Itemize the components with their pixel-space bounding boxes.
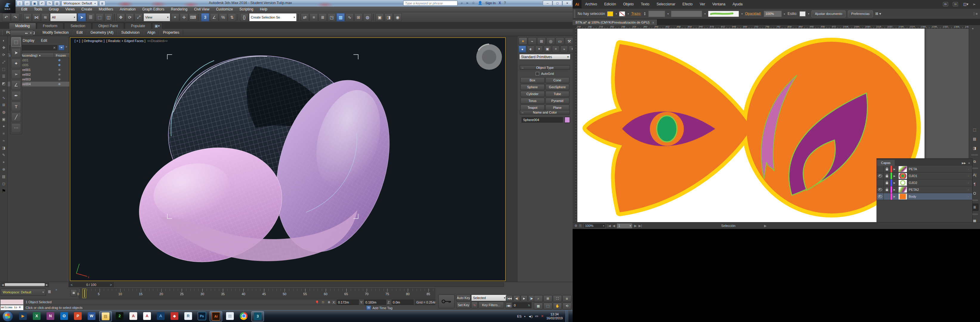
stroke-stepper[interactable]: ▲▼ bbox=[644, 12, 646, 16]
strip-icon[interactable]: ☰ bbox=[1, 74, 6, 79]
redo-quick-icon[interactable]: ↷ bbox=[46, 1, 52, 6]
tab-hierarchy-icon[interactable]: ⊞ bbox=[537, 37, 546, 45]
lock-cell[interactable] bbox=[884, 173, 891, 179]
taskbar-media-player-icon[interactable]: ▶ bbox=[17, 311, 29, 321]
start-button[interactable] bbox=[2, 311, 13, 322]
fill-dropdown-icon[interactable]: ▾ bbox=[616, 13, 617, 15]
strip-icon[interactable]: ◻ bbox=[1, 181, 6, 186]
scene-explorer-toggle-icon[interactable]: ▥ bbox=[336, 13, 345, 21]
ai-canvas[interactable]: Capas ▶▶ ≡ ▶ PETA ◦ bbox=[577, 29, 980, 222]
key-mode-toggle[interactable]: |◀▶| bbox=[506, 302, 512, 309]
frozen-snowflake-icon[interactable]: ❄ bbox=[52, 68, 67, 72]
visibility-cell[interactable] bbox=[877, 179, 884, 186]
layer-name[interactable]: OJO2 bbox=[909, 181, 964, 184]
snaps-toggle-icon[interactable]: 3 bbox=[201, 13, 209, 21]
document-tab[interactable]: BTN.ai* al 100% (CMYK/Previsualización d… bbox=[573, 19, 657, 25]
maxscript-mini-listener[interactable]: Welcome to M bbox=[0, 305, 24, 310]
edit-named-selection-sets-icon[interactable]: {} bbox=[240, 13, 248, 21]
floating-more-icon[interactable]: ⋯ bbox=[11, 123, 21, 133]
layer-name[interactable]: PETA bbox=[909, 167, 964, 171]
expand-dock-icon[interactable]: « bbox=[972, 27, 974, 30]
layer-manager-icon[interactable]: ≣ bbox=[318, 13, 327, 21]
rendered-frame-window-icon[interactable]: ◨ bbox=[384, 13, 393, 21]
stroke-weight-label[interactable]: Trazo: bbox=[631, 12, 641, 16]
viewport-hscrollbar[interactable]: ◀▶ bbox=[1, 282, 49, 287]
workspace-menu-icon[interactable]: ≣ bbox=[99, 1, 105, 6]
tray-expand-icon[interactable]: ▴ bbox=[524, 315, 525, 317]
ribbon-tab[interactable]: Modeling bbox=[9, 23, 36, 29]
ribbon-tab[interactable]: Populate bbox=[125, 23, 151, 29]
layer-name[interactable]: Body bbox=[909, 195, 964, 198]
redo-icon[interactable]: ↷ bbox=[11, 13, 19, 21]
expand-arrow-icon[interactable]: ▶ bbox=[892, 168, 897, 171]
taskbar-autocad-icon[interactable]: A bbox=[127, 311, 139, 321]
floating-select-icon[interactable]: ➤ bbox=[11, 48, 21, 57]
primitive-category-dropdown[interactable]: Standard Primitives bbox=[519, 54, 571, 60]
orbit-icon[interactable]: ⟲ bbox=[562, 303, 571, 309]
frozen-column-header[interactable]: Frozen bbox=[54, 53, 69, 57]
taskbar-autocad3d-icon[interactable]: A bbox=[155, 311, 167, 321]
unlink-selection-icon[interactable]: ⋈ bbox=[32, 13, 41, 21]
tab-modify-icon[interactable]: ⌁ bbox=[528, 37, 536, 45]
lock-cell[interactable] bbox=[884, 179, 891, 186]
max-menu-item[interactable]: Help bbox=[257, 7, 271, 11]
playback-button[interactable]: ▶ bbox=[521, 295, 528, 302]
angle-snap-icon[interactable]: ∠ bbox=[210, 13, 218, 21]
separator[interactable] bbox=[114, 14, 115, 21]
floating-select-place-icon[interactable]: ➢ bbox=[11, 70, 21, 79]
strip-icon[interactable]: ▤ bbox=[1, 174, 6, 179]
strip-icon[interactable]: ◍ bbox=[1, 109, 6, 115]
select-and-move-icon[interactable]: ✥ bbox=[117, 13, 125, 21]
ai-menu-item[interactable]: Ver bbox=[696, 2, 709, 6]
max-menu-item[interactable]: Group bbox=[46, 7, 62, 11]
strip-icon[interactable]: ⊞ bbox=[1, 102, 6, 108]
bridge-icon[interactable]: Br bbox=[943, 2, 948, 6]
exchange-icon[interactable]: X bbox=[499, 1, 501, 5]
show-desktop-button[interactable] bbox=[565, 310, 568, 322]
expand-arrow-icon[interactable]: ▶ bbox=[892, 182, 897, 184]
lock-cell[interactable] bbox=[884, 193, 891, 200]
mini-trackview-icon[interactable]: ▦ bbox=[70, 289, 77, 297]
ai-menu-item[interactable]: Ayuda bbox=[729, 2, 746, 6]
max-menu-item[interactable]: Animation bbox=[117, 7, 139, 11]
layer-thumbnail[interactable] bbox=[899, 194, 907, 200]
layer-thumbnail[interactable] bbox=[899, 187, 907, 193]
layer-row[interactable]: ▶ PETA ◦ bbox=[877, 166, 972, 173]
select-and-manipulate-icon[interactable]: ✛ bbox=[180, 13, 188, 21]
close-button[interactable]: ✕ bbox=[562, 1, 572, 6]
strip-icon[interactable]: ⟳ bbox=[1, 52, 6, 57]
separator[interactable] bbox=[373, 14, 374, 21]
ai-menu-item[interactable]: Edición bbox=[601, 2, 619, 6]
strip-icon[interactable]: ◩ bbox=[1, 81, 6, 86]
expand-icon[interactable]: ▸▸ bbox=[25, 32, 28, 35]
floating-select-region-icon[interactable]: ⬚ bbox=[11, 37, 21, 47]
zoom-extents-icon[interactable]: ⛶ bbox=[553, 295, 562, 302]
primitive-button[interactable]: Cone bbox=[546, 77, 570, 83]
artboard[interactable] bbox=[578, 29, 924, 222]
name-color-rollout[interactable]: –Name and Color bbox=[520, 110, 570, 114]
visibility-cell[interactable] bbox=[877, 193, 884, 200]
primitive-button[interactable]: Torus bbox=[520, 98, 544, 104]
strip-icon[interactable]: ◐ bbox=[1, 38, 6, 43]
layer-thumbnail[interactable] bbox=[899, 173, 907, 179]
undo-icon[interactable]: ↶ bbox=[2, 13, 10, 21]
ribbon-panel-button[interactable]: Modify Selection bbox=[38, 30, 72, 35]
select-object-icon[interactable]: ➤ bbox=[78, 13, 86, 21]
layer-row[interactable]: ▶ OJO1 ◦ bbox=[877, 173, 972, 179]
frozen-snowflake-icon[interactable]: ❄ bbox=[52, 82, 67, 86]
cameras-icon[interactable]: ▣ bbox=[544, 46, 551, 52]
lock-cell[interactable] bbox=[884, 186, 891, 193]
strip-icon[interactable]: ✦ bbox=[1, 124, 6, 129]
align-icon[interactable]: ≡ bbox=[310, 13, 318, 21]
floating-text-icon[interactable]: T bbox=[11, 102, 21, 111]
collapse-panel-icon[interactable]: ▶▶ bbox=[962, 162, 966, 165]
strip-icon[interactable]: ▣ bbox=[1, 117, 6, 122]
workspace-dropdown[interactable]: Workspace: Default▾ bbox=[61, 1, 98, 6]
autogrid-checkbox[interactable] bbox=[536, 72, 539, 75]
frozen-snowflake-icon[interactable]: ❄ bbox=[52, 63, 67, 67]
primitive-button[interactable]: Sphere bbox=[520, 84, 544, 90]
dock-separator[interactable] bbox=[971, 154, 978, 155]
separator[interactable] bbox=[238, 14, 239, 21]
dock-align-icon[interactable]: ▤ bbox=[971, 136, 978, 142]
selection-filter-dropdown[interactable]: All bbox=[50, 13, 77, 21]
